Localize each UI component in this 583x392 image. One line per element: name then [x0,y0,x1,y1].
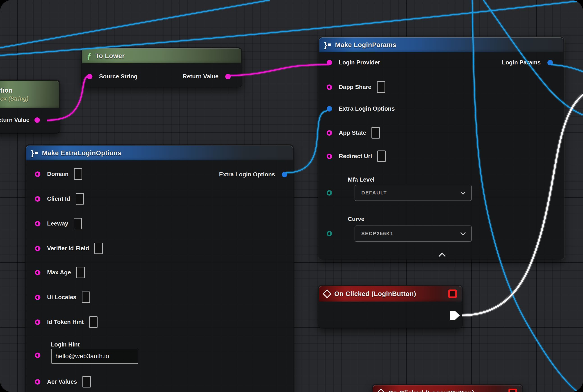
node-to-lower[interactable]: ƒ To Lower Source String Return Value [82,48,242,87]
login-provider-pin[interactable] [327,60,332,65]
redirect-url-pin[interactable] [327,154,332,159]
delegate-pin[interactable] [508,388,517,392]
exec-output-pin[interactable] [450,311,460,320]
mfa-level-dropdown[interactable]: DEFAULT [354,185,472,201]
node-subtitle-fragment: ox (String) [0,96,28,102]
mfa-level-label: Mfa Level [348,176,374,183]
string-output-pin[interactable] [34,117,40,123]
id-token-hint-checkbox[interactable] [89,316,98,328]
acr-values-label: Acr Values [47,378,77,385]
wire-to-lower-to-login-provider[interactable] [228,65,329,76]
node-truncated-function[interactable]: tion ox (String) Return Value [0,80,60,133]
mfa-level-pin[interactable] [327,190,332,196]
verifier-id-field-label: Verifier Id Field [47,245,89,252]
node-title: To Lower [95,52,125,60]
redirect-url-checkbox[interactable] [377,150,386,162]
ui-locales-checkbox[interactable] [82,292,90,303]
app-state-pin[interactable] [327,130,332,136]
extra-login-options-output-label: Extra Login Options [219,171,275,178]
dapp-share-pin[interactable] [327,84,332,90]
curve-label: Curve [348,216,364,222]
ui-locales-label: Ui Locales [47,294,76,301]
leeway-pin[interactable] [35,221,40,226]
event-icon [322,289,332,298]
ui-locales-pin[interactable] [35,295,40,300]
make-struct-icon: } [31,149,38,158]
node-make-login-params[interactable]: } Make LoginParams Login Provider Login … [318,37,564,259]
app-state-checkbox[interactable] [372,127,380,138]
acr-values-checkbox[interactable] [82,376,91,388]
node-header[interactable]: On Clicked (LogoutButton) [373,385,522,392]
mfa-level-value: DEFAULT [361,190,387,196]
return-value-pin[interactable] [225,74,231,79]
login-hint-label: Login Hint [51,341,80,348]
return-value-label: Return Value [183,73,218,80]
dapp-share-checkbox[interactable] [377,81,385,93]
id-token-hint-pin[interactable] [35,320,40,325]
source-string-label: Source String [99,73,138,80]
extra-login-options-output-pin[interactable] [282,172,287,177]
domain-checkbox[interactable] [74,168,82,180]
id-token-hint-label: Id Token Hint [47,318,84,326]
dapp-share-label: Dapp Share [339,84,372,90]
login-hint-pin[interactable] [35,352,40,358]
max-age-label: Max Age [47,269,71,276]
node-header[interactable]: ƒ To Lower [82,48,241,63]
node-header[interactable]: } Make ExtraLoginOptions [26,146,293,160]
node-on-clicked-login-button[interactable]: On Clicked (LoginButton) [318,285,462,328]
node-header[interactable]: } Make LoginParams [319,38,564,52]
login-provider-label: Login Provider [339,59,380,66]
collapse-node-button[interactable] [438,252,446,260]
client-id-label: Client Id [47,195,70,202]
domain-label: Domain [47,170,68,178]
node-title: On Clicked (LoginButton) [334,290,416,298]
node-on-clicked-logout-button[interactable]: On Clicked (LogoutButton) [372,384,523,392]
node-header[interactable]: On Clicked (LoginButton) [319,286,462,302]
domain-pin[interactable] [35,172,40,177]
node-title: Make LoginParams [335,41,396,49]
max-age-checkbox[interactable] [76,267,85,278]
extra-login-options-label: Extra Login Options [339,105,395,112]
extra-login-options-input-pin[interactable] [327,106,332,112]
curve-dropdown[interactable]: SECP256K1 [354,226,472,242]
verifier-id-field-pin[interactable] [35,246,40,251]
max-age-pin[interactable] [35,270,40,275]
wire-blue-crossing-1[interactable] [0,0,270,48]
login-params-output-pin[interactable] [548,60,553,65]
chevron-down-icon [460,230,466,236]
app-state-label: App State [339,129,366,136]
return-value-label: Return Value [0,116,30,124]
client-id-pin[interactable] [35,196,40,202]
event-icon [376,388,386,392]
login-hint-input[interactable] [51,349,138,364]
delegate-pin[interactable] [448,290,457,298]
node-title: On Clicked (LogoutButton) [388,389,474,392]
verifier-id-field-checkbox[interactable] [94,243,103,254]
chevron-down-icon [460,189,466,195]
leeway-label: Leeway [47,220,68,227]
node-title: Make ExtraLoginOptions [42,149,122,157]
login-params-output-label: Login Params [502,59,541,66]
blueprint-graph-canvas[interactable]: tion ox (String) Return Value ƒ To Lower… [0,0,583,392]
curve-pin[interactable] [327,231,332,236]
function-icon: ƒ [87,51,91,60]
acr-values-pin[interactable] [35,379,40,384]
leeway-checkbox[interactable] [74,218,82,229]
node-title-fragment: tion [0,87,12,94]
source-string-pin[interactable] [87,74,92,79]
client-id-checkbox[interactable] [76,193,84,204]
node-header[interactable]: tion ox (String) [0,81,59,108]
make-struct-icon: } [324,40,331,49]
node-make-extra-login-options[interactable]: } Make ExtraLoginOptions Domain Extra Lo… [26,145,294,392]
curve-value: SECP256K1 [361,231,394,236]
redirect-url-label: Redirect Url [339,153,372,160]
